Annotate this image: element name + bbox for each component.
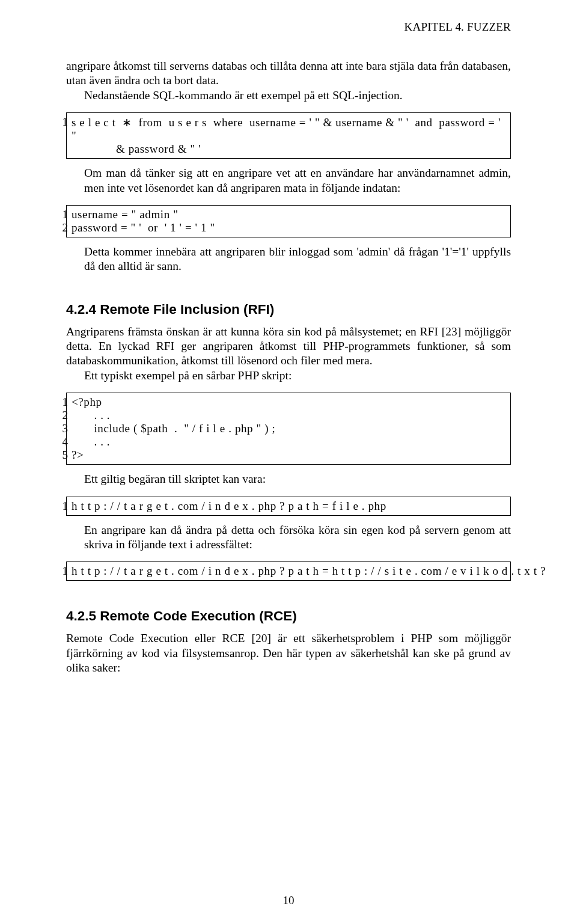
code-block-input: 1 username = " admin " 2 password = " ' …	[66, 205, 511, 237]
paragraph: Ett giltig begäran till skriptet kan var…	[84, 472, 511, 486]
code-block-url-benign: 1 h t t p : / / t a r g e t . com / i n …	[66, 497, 511, 516]
page: KAPITEL 4. FUZZER angripare åtkomst till…	[0, 0, 577, 924]
section-heading-rce: 4.2.5 Remote Code Execution (RCE)	[66, 608, 511, 624]
paragraph: angripare åtkomst till serverns databas …	[66, 59, 511, 88]
code-block-url-attack: 1 h t t p : / / t a r g e t . com / i n …	[66, 561, 511, 581]
paragraph: Om man då tänker sig att en angripare ve…	[84, 166, 511, 195]
paragraph: En angripare kan då ändra på detta och f…	[84, 523, 511, 552]
line-number: 1	[55, 115, 68, 129]
code-line: include ( $path . " / f i l e . php " ) …	[72, 422, 275, 435]
code-block-php: 1 <?php 2 . . . 3 include ( $path . " / …	[66, 393, 511, 465]
code-block-sql: 1 s e l e c t ∗ from u s e r s where use…	[66, 112, 511, 159]
paragraph: Ett typiskt exempel på en sårbar PHP skr…	[66, 369, 511, 383]
chapter-header: KAPITEL 4. FUZZER	[66, 20, 511, 34]
code-line: . . .	[72, 409, 110, 422]
line-number: 4	[55, 435, 68, 448]
code-line: <?php	[72, 396, 102, 409]
code-line: h t t p : / / t a r g e t . com / i n d …	[72, 564, 546, 578]
code-line: & password & " '	[72, 142, 201, 156]
code-line: username = " admin "	[72, 208, 179, 221]
line-number: 1	[55, 396, 68, 409]
line-number: 1	[55, 564, 68, 578]
code-line: ?>	[72, 448, 84, 462]
code-line: password = " ' or ' 1 ' = ' 1 "	[72, 221, 215, 234]
paragraph: Detta kommer innebära att angriparen bli…	[84, 245, 511, 274]
section-heading-rfi: 4.2.4 Remote File Inclusion (RFI)	[66, 302, 511, 317]
line-number: 1	[55, 500, 68, 513]
paragraph: Angriparens främsta önskan är att kunna …	[66, 325, 511, 369]
line-number: 1	[55, 208, 68, 221]
code-line: h t t p : / / t a r g e t . com / i n d …	[72, 500, 386, 513]
page-number: 10	[0, 894, 577, 907]
paragraph: Nedanstående SQL-kommando är ett exempel…	[66, 88, 511, 103]
line-number: 3	[55, 422, 68, 435]
code-line: . . .	[72, 435, 110, 448]
paragraph: Remote Code Execution eller RCE [20] är …	[66, 631, 511, 675]
line-number: 2	[55, 221, 68, 234]
line-number: 2	[55, 409, 68, 422]
line-number: 5	[55, 448, 68, 462]
code-line: s e l e c t ∗ from u s e r s where usern…	[72, 115, 505, 142]
